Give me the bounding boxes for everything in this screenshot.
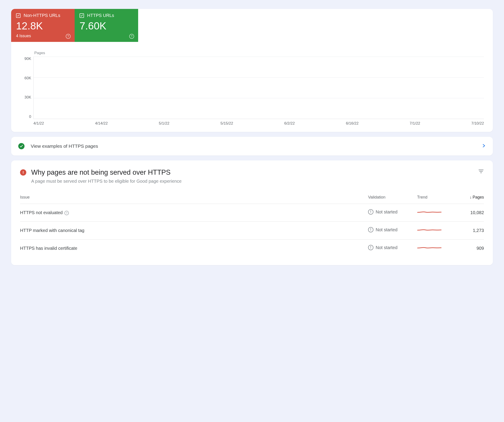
chart-y-axis: 90K60K30K0 — [20, 57, 33, 119]
https-label: HTTPS URLs — [87, 13, 114, 18]
https-stat-tile[interactable]: HTTPS URLs 7.60K ? — [75, 9, 138, 42]
y-tick: 90K — [20, 57, 31, 61]
validation-status-text: Not started — [376, 227, 397, 232]
filter-icon[interactable] — [478, 169, 484, 175]
checkbox-checked-icon[interactable] — [79, 13, 84, 18]
validation-status-text: Not started — [376, 210, 397, 215]
https-value: 7.60K — [79, 20, 133, 32]
x-tick: 7/1/22 — [410, 121, 420, 126]
col-pages[interactable]: ↓Pages — [453, 195, 484, 204]
trend-sparkline-icon — [417, 245, 442, 251]
issues-table: Issue Validation Trend ↓Pages HTTPS not … — [20, 195, 484, 257]
table-row[interactable]: HTTP marked with canonical tag!Not start… — [20, 222, 484, 240]
pages-chart: Pages 90K60K30K0 4/1/224/14/225/1/225/15… — [11, 42, 493, 126]
non-https-issues-count: 4 Issues — [16, 34, 70, 38]
issues-title: Why pages are not being served over HTTP… — [31, 169, 478, 176]
x-tick: 5/15/22 — [221, 121, 233, 126]
pages-count-cell: 909 — [453, 240, 484, 257]
col-trend: Trend — [417, 195, 453, 204]
arrow-down-icon: ↓ — [470, 195, 472, 199]
trend-cell — [417, 222, 453, 240]
validation-cell: !Not started — [368, 240, 417, 256]
col-validation: Validation — [368, 195, 417, 204]
validation-status-text: Not started — [376, 245, 397, 250]
col-issue: Issue — [20, 195, 368, 204]
non-https-label: Non-HTTPS URLs — [24, 13, 60, 18]
y-tick: 30K — [20, 95, 31, 100]
help-icon[interactable]: ? — [129, 34, 134, 39]
view-examples-label: View examples of HTTPS pages — [31, 144, 482, 149]
chart-x-axis: 4/1/224/14/225/1/225/15/226/2/226/16/227… — [33, 119, 484, 126]
non-https-stat-tile[interactable]: Non-HTTPS URLs 12.8K 4 Issues ? — [11, 9, 75, 42]
trend-sparkline-icon — [417, 209, 442, 215]
y-tick: 60K — [20, 76, 31, 80]
issue-name-cell: HTTP marked with canonical tag — [20, 222, 368, 240]
help-icon[interactable]: ? — [66, 34, 71, 39]
validation-status-icon: ! — [368, 209, 373, 215]
x-tick: 4/14/22 — [95, 121, 108, 126]
x-tick: 6/16/22 — [346, 121, 359, 126]
chevron-right-icon — [482, 143, 486, 150]
validation-cell: !Not started — [368, 204, 417, 220]
https-overview-card: Non-HTTPS URLs 12.8K 4 Issues ? HTTPS UR… — [11, 9, 493, 132]
pages-count-cell: 1,273 — [453, 222, 484, 240]
x-tick: 6/2/22 — [284, 121, 295, 126]
table-row[interactable]: HTTPS not evaluated?!Not started10,082 — [20, 204, 484, 222]
issues-table-header: Issue Validation Trend ↓Pages — [20, 195, 484, 204]
help-icon[interactable]: ? — [64, 211, 69, 215]
non-https-value: 12.8K — [16, 20, 70, 32]
validation-status-icon: ! — [368, 227, 373, 232]
view-examples-link[interactable]: View examples of HTTPS pages — [11, 137, 493, 156]
issues-card: Why pages are not being served over HTTP… — [11, 160, 493, 265]
issue-name-cell: HTTPS not evaluated? — [20, 204, 368, 222]
trend-cell — [417, 240, 453, 257]
trend-cell — [417, 204, 453, 222]
table-row[interactable]: HTTPS has invalid certificate!Not starte… — [20, 240, 484, 257]
trend-sparkline-icon — [417, 227, 442, 233]
svg-point-0 — [23, 173, 24, 174]
x-tick: 7/10/22 — [471, 121, 484, 126]
issue-name-cell: HTTPS has invalid certificate — [20, 240, 368, 257]
chart-y-title: Pages — [34, 51, 484, 55]
pages-count-cell: 10,082 — [453, 204, 484, 222]
x-tick: 5/1/22 — [159, 121, 169, 126]
validation-status-icon: ! — [368, 245, 373, 250]
chart-plot-area — [33, 57, 484, 119]
checkbox-checked-icon[interactable] — [16, 13, 20, 18]
stat-tiles-row: Non-HTTPS URLs 12.8K 4 Issues ? HTTPS UR… — [11, 9, 493, 42]
x-tick: 4/1/22 — [33, 121, 44, 126]
check-circle-icon — [18, 143, 24, 149]
issues-subtitle: A page must be served over HTTPS to be e… — [31, 179, 478, 184]
y-tick: 0 — [20, 115, 31, 119]
validation-cell: !Not started — [368, 222, 417, 238]
error-circle-icon — [20, 169, 26, 175]
